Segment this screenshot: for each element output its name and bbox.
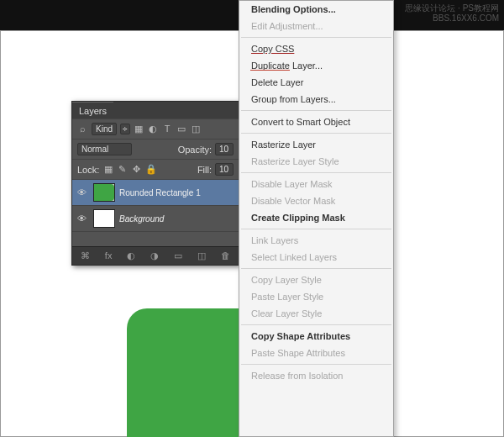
visibility-icon[interactable]: 👁 — [77, 187, 89, 197]
menu-item-release-from-isolation: Release from Isolation — [239, 367, 393, 384]
layer-thumbnail[interactable] — [93, 183, 115, 202]
menu-item-disable-layer-mask: Disable Layer Mask — [239, 176, 393, 192]
fill-input[interactable]: 10 — [215, 163, 234, 176]
link-layers-icon[interactable]: ⌘ — [81, 250, 90, 261]
new-layer-icon[interactable]: ◫ — [197, 250, 206, 261]
filter-adjust-icon[interactable]: ◐ — [148, 124, 159, 134]
menu-item-disable-vector-mask: Disable Vector Mask — [239, 192, 393, 209]
menu-item-paste-layer-style: Paste Layer Style — [239, 288, 393, 305]
layer-name[interactable]: Rounded Rectangle 1 — [119, 188, 201, 197]
menu-item-edit-adjustment: Edit Adjustment... — [239, 18, 393, 34]
dropdown-arrow-icon[interactable]: ÷ — [120, 124, 130, 134]
filter-shape-icon[interactable]: ▭ — [176, 124, 187, 134]
menu-item-link-layers: Link Layers — [239, 232, 393, 249]
menu-item-copy-css[interactable]: Copy CSS — [239, 40, 393, 57]
watermark-line1: 思缘设计论坛 · PS教程网 — [405, 3, 499, 13]
filter-pixel-icon[interactable]: ▦ — [134, 124, 144, 134]
lock-all-icon[interactable]: 🔒 — [145, 164, 156, 175]
menu-separator — [241, 110, 391, 111]
menu-item-rasterize-layer-style: Rasterize Layer Style — [239, 153, 393, 170]
lock-transparent-icon[interactable]: ▦ — [102, 164, 113, 175]
visibility-icon[interactable]: 👁 — [77, 213, 89, 224]
search-icon: ⌕ — [77, 124, 88, 134]
copy-css-underline — [250, 70, 290, 71]
blend-mode-select[interactable]: Normal — [77, 143, 132, 155]
menu-item-blending-options[interactable]: Blending Options... — [239, 1, 393, 18]
menu-item-paste-shape-attributes: Paste Shape Attributes — [239, 345, 393, 361]
lock-move-icon[interactable]: ✥ — [131, 164, 142, 175]
layers-panel: Layers ⌕ Kind ÷ ▦ ◐ T ▭ ◫ Normal Opacity… — [71, 101, 239, 266]
layer-thumbnail[interactable] — [93, 209, 115, 228]
filter-smart-icon[interactable]: ◫ — [191, 124, 202, 134]
lock-row: Lock: ▦ ✎ ✥ 🔒 Fill: 10 — [72, 159, 239, 179]
group-icon[interactable]: ▭ — [174, 250, 182, 261]
layers-tab[interactable]: Layers — [72, 102, 113, 118]
lock-label: Lock: — [77, 165, 99, 175]
menu-separator — [241, 268, 391, 269]
menu-item-duplicate-layer[interactable]: Duplicate Layer... — [239, 57, 393, 74]
layer-row-rounded-rectangle[interactable]: 👁 Rounded Rectangle 1 — [72, 179, 239, 205]
mask-icon[interactable]: ◐ — [127, 250, 135, 261]
trash-icon[interactable]: 🗑 — [221, 250, 230, 261]
layers-bottom-toolbar: ⌘ fx ◐ ◑ ▭ ◫ 🗑 — [72, 246, 239, 265]
filter-kind-select[interactable]: Kind — [92, 123, 117, 135]
menu-item-copy-layer-style: Copy Layer Style — [239, 271, 393, 288]
filter-type-icon[interactable]: T — [162, 124, 173, 134]
fx-icon[interactable]: fx — [105, 250, 113, 261]
opacity-label: Opacity: — [178, 145, 212, 155]
menu-separator — [241, 37, 391, 38]
menu-item-group-from-layers[interactable]: Group from Layers... — [239, 91, 393, 108]
menu-item-copy-shape-attributes[interactable]: Copy Shape Attributes — [239, 328, 393, 345]
watermark: 思缘设计论坛 · PS教程网 BBS.16XX6.COM — [405, 3, 499, 24]
layer-context-menu: Blending Options...Edit Adjustment...Cop… — [239, 0, 394, 437]
layer-name[interactable]: Background — [119, 214, 164, 224]
adjustment-icon[interactable]: ◑ — [150, 250, 159, 261]
menu-separator — [241, 364, 391, 365]
blend-row: Normal Opacity: 10 — [72, 139, 239, 159]
menu-separator — [241, 172, 391, 173]
menu-item-create-clipping-mask[interactable]: Create Clipping Mask — [239, 209, 393, 226]
lock-brush-icon[interactable]: ✎ — [117, 164, 128, 175]
layer-row-background[interactable]: 👁 Background — [72, 205, 239, 231]
menu-item-rasterize-layer[interactable]: Rasterize Layer — [239, 136, 393, 153]
menu-item-select-linked-layers: Select Linked Layers — [239, 249, 393, 266]
watermark-line2: BBS.16XX6.COM — [405, 13, 499, 24]
menu-separator — [241, 133, 391, 134]
menu-separator — [241, 324, 391, 325]
layers-empty-area[interactable] — [72, 231, 239, 246]
layers-filter-row: ⌕ Kind ÷ ▦ ◐ T ▭ ◫ — [72, 118, 239, 139]
menu-item-delete-layer[interactable]: Delete Layer — [239, 74, 393, 91]
fill-label: Fill: — [197, 165, 212, 175]
opacity-input[interactable]: 10 — [215, 143, 234, 155]
menu-item-convert-to-smart-object[interactable]: Convert to Smart Object — [239, 113, 393, 130]
menu-separator — [241, 229, 391, 229]
menu-item-clear-layer-style: Clear Layer Style — [239, 305, 393, 322]
